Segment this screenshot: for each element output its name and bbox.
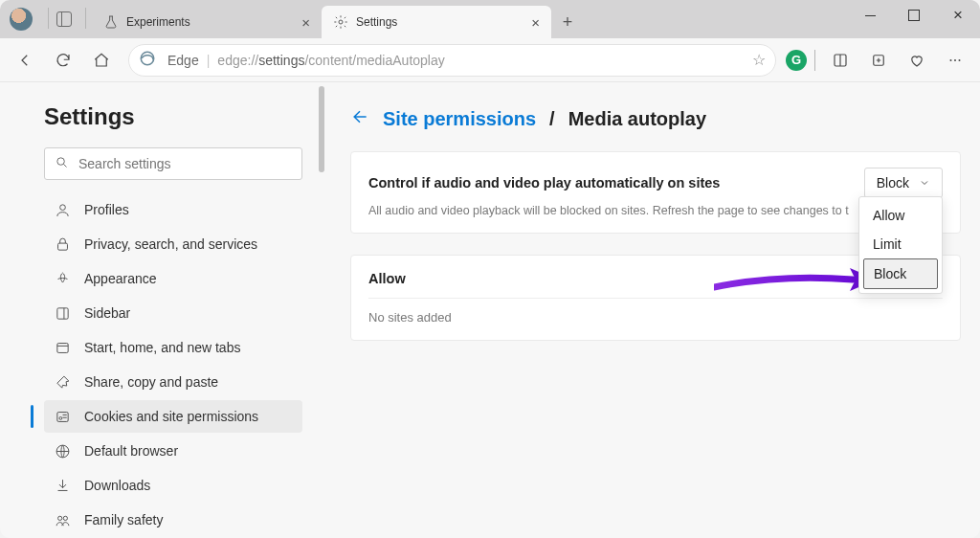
nav-item[interactable]: Appearance (44, 262, 302, 295)
control-description: All audio and video playback will be blo… (368, 204, 943, 217)
breadcrumb-separator: / (549, 108, 555, 130)
divider (814, 50, 815, 71)
settings-title: Settings (44, 103, 302, 130)
nav-icon (54, 339, 71, 356)
nav-item[interactable]: Downloads (44, 469, 302, 502)
chevron-down-icon (919, 177, 930, 189)
control-title: Control if audio and video play automati… (368, 175, 720, 191)
svg-point-0 (339, 20, 343, 24)
svg-point-1 (141, 52, 154, 65)
close-icon[interactable]: × (301, 15, 310, 30)
nav-label: Sidebar (84, 305, 130, 321)
tab-label: Settings (356, 15, 397, 29)
extension-grammarly[interactable]: G (786, 50, 807, 71)
back-button[interactable] (8, 43, 42, 78)
nav-label: Share, copy and paste (84, 374, 218, 390)
svg-point-6 (959, 59, 961, 61)
nav-icon (54, 408, 71, 425)
nav-label: Family safety (84, 512, 163, 527)
breadcrumb-current: Media autoplay (568, 108, 706, 130)
nav-label: Appearance (84, 271, 157, 286)
window-minimize[interactable] (848, 0, 892, 31)
address-bar[interactable]: Edge | edge://settings/content/mediaAuto… (128, 44, 776, 77)
svg-point-13 (58, 416, 61, 419)
svg-rect-11 (56, 343, 67, 352)
home-button[interactable] (84, 43, 119, 78)
nav-item[interactable]: Privacy, search, and services (44, 228, 302, 260)
svg-point-8 (59, 204, 65, 210)
nav-label: Default browser (84, 443, 178, 459)
settings-nav: ProfilesPrivacy, search, and servicesApp… (44, 193, 302, 538)
url-text: edge://settings/content/mediaAutoplay (217, 53, 444, 68)
favorite-icon[interactable]: ☆ (752, 51, 766, 69)
nav-icon (54, 373, 71, 391)
nav-icon (54, 270, 71, 287)
allow-title: Allow (368, 271, 943, 299)
split-screen-icon[interactable] (823, 43, 858, 78)
nav-label: Start, home, and new tabs (84, 340, 240, 355)
autoplay-select[interactable]: Block (864, 168, 943, 198)
nav-item[interactable]: Start, home, and new tabs (44, 331, 302, 364)
tab-experiments[interactable]: Experiments × (92, 6, 322, 38)
back-arrow-icon[interactable] (350, 107, 369, 130)
nav-item[interactable]: Share, copy and paste (44, 366, 302, 398)
search-input[interactable] (78, 156, 292, 171)
nav-icon (54, 201, 71, 218)
edge-label: Edge (167, 53, 199, 68)
tab-label: Experiments (126, 15, 190, 29)
settings-sidebar: Settings ProfilesPrivacy, search, and se… (0, 82, 325, 538)
nav-label: Downloads (84, 478, 150, 493)
nav-item[interactable]: Profiles (44, 193, 302, 226)
svg-point-7 (57, 157, 65, 165)
allow-empty-text: No sites added (368, 299, 943, 325)
window-maximize[interactable] (892, 0, 936, 31)
svg-point-5 (954, 59, 956, 61)
svg-rect-9 (57, 243, 67, 250)
new-tab-button[interactable]: + (551, 6, 584, 38)
gear-icon (333, 14, 348, 30)
nav-icon (54, 304, 71, 322)
control-autoplay-card: Control if audio and video play automati… (350, 151, 961, 234)
collections-icon[interactable] (861, 43, 896, 78)
svg-point-4 (950, 59, 952, 61)
nav-item[interactable]: Default browser (44, 435, 302, 467)
dropdown-option[interactable]: Limit (863, 230, 938, 258)
settings-main: Site permissions / Media autoplay Contro… (325, 82, 980, 538)
close-icon[interactable]: × (531, 15, 540, 30)
nav-icon (54, 442, 71, 460)
breadcrumb-parent[interactable]: Site permissions (383, 108, 536, 130)
divider: | (207, 53, 211, 68)
search-settings[interactable] (44, 147, 302, 180)
nav-icon (54, 477, 71, 494)
nav-item[interactable]: Family safety (44, 504, 302, 536)
refresh-button[interactable] (46, 43, 80, 78)
nav-item[interactable]: Sidebar (44, 297, 302, 329)
nav-icon (54, 235, 71, 253)
profile-avatar[interactable] (10, 8, 33, 31)
flask-icon (103, 14, 119, 30)
svg-point-15 (57, 516, 61, 520)
sidebar-scrollbar[interactable] (318, 82, 325, 538)
svg-point-16 (63, 516, 67, 520)
dropdown-option[interactable]: Allow (863, 201, 938, 230)
wellness-icon[interactable] (900, 43, 934, 78)
tab-strip: Experiments × Settings × + (92, 0, 584, 38)
nav-label: Privacy, search, and services (84, 236, 257, 252)
select-value: Block (877, 175, 909, 191)
nav-icon (54, 511, 71, 528)
nav-item[interactable]: Cookies and site permissions (44, 400, 302, 433)
nav-label: Cookies and site permissions (84, 409, 258, 424)
svg-rect-10 (56, 307, 67, 318)
window-close[interactable]: × (936, 0, 980, 31)
divider (48, 8, 49, 29)
tab-actions-icon[interactable] (56, 11, 72, 27)
breadcrumb: Site permissions / Media autoplay (350, 107, 961, 130)
divider (85, 8, 86, 29)
more-menu-icon[interactable] (938, 43, 972, 78)
search-icon (55, 155, 69, 173)
autoplay-dropdown: AllowLimitBlock (858, 196, 943, 294)
edge-logo-icon (139, 50, 156, 70)
svg-rect-12 (56, 412, 67, 421)
dropdown-option[interactable]: Block (863, 258, 938, 289)
tab-settings[interactable]: Settings × (322, 6, 551, 38)
